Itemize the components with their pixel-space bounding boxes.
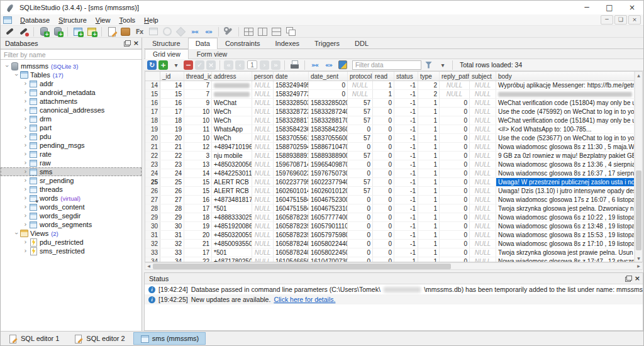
cell-status[interactable]: -1 <box>394 178 418 186</box>
cell-reply_path[interactable]: 0 <box>440 169 470 177</box>
tree-filter-input[interactable] <box>1 49 142 60</box>
cell-thread_id[interactable]: 20 <box>184 231 212 239</box>
cell-body[interactable]: Nowa wiadomosc glosowa 8s z 11:30 , 5 ma… <box>496 143 635 151</box>
cell-protocol[interactable]: 0 <box>348 160 373 169</box>
tree-item-views[interactable]: ›Views(2) <box>1 229 142 238</box>
column-header-thread_id[interactable]: thread_id <box>184 72 212 81</box>
cell-person[interactable]: NULL <box>252 143 274 151</box>
add-row-icon[interactable]: + <box>158 60 168 70</box>
cell-address[interactable]: WeCh <box>212 108 252 116</box>
cell-address[interactable]: +48500935503 <box>212 240 252 248</box>
table-row[interactable]: 333317*501NULL16058782401781605802245000… <box>145 248 635 257</box>
cell-person[interactable]: NULL <box>252 222 274 230</box>
row-number[interactable]: 30 <box>145 222 160 230</box>
cell-thread_id[interactable]: 16 <box>184 196 212 204</box>
cell-address[interactable]: +48422530112 <box>212 169 252 177</box>
vertical-scrollbar-thumb[interactable] <box>636 170 641 250</box>
cell-reply_path[interactable]: 0 <box>440 99 470 107</box>
cell-_id[interactable]: 27 <box>160 196 184 204</box>
cell-body[interactable]: Uwaga! W przestrzeni publicznej zaslon u… <box>496 178 635 186</box>
cell-date[interactable]: 1596708714329 <box>274 160 309 169</box>
row-number[interactable]: 17 <box>145 108 160 116</box>
cell-subject[interactable]: NULL <box>470 196 496 204</box>
column-header-protocol[interactable]: protocol <box>348 72 373 81</box>
mdi-cascade-windows-icon[interactable] <box>284 26 297 37</box>
connect-database-icon[interactable] <box>3 26 16 37</box>
table-row[interactable]: 22223nju mobileNULL158893889144415889388… <box>145 152 635 160</box>
tree-item-addr[interactable]: ›addr <box>1 79 142 88</box>
tab-triggers[interactable]: Triggers <box>307 38 347 48</box>
cell-status[interactable]: -1 <box>394 116 418 125</box>
row-number[interactable]: 19 <box>145 125 160 133</box>
cell-date_sent[interactable]: 1583328817000 <box>309 116 348 125</box>
cell-date_sent[interactable]: 1605802245000 <box>309 248 348 257</box>
cell-_id[interactable]: 28 <box>160 204 184 213</box>
cell-type[interactable]: 2 <box>418 81 440 89</box>
cell-type[interactable]: 1 <box>418 134 440 142</box>
cell-thread_id[interactable]: 9 <box>184 99 212 107</box>
table-row[interactable]: 14147NULL15832494958100NULL1-12NULLNULLW… <box>145 81 635 90</box>
cell-date[interactable]: 1588702594952 <box>274 143 309 151</box>
cell-read[interactable]: 0 <box>373 178 394 186</box>
cell-address[interactable]: WeCh <box>212 116 252 125</box>
cell-protocol[interactable]: 57 <box>348 187 373 195</box>
cell-subject[interactable]: NULL <box>470 222 496 230</box>
mdi-restore-button[interactable]: ❏ <box>614 15 627 25</box>
cell-date[interactable]: 1605878239482 <box>274 213 309 221</box>
cell-type[interactable]: 1 <box>418 108 440 116</box>
cell-address[interactable]: WeChat <box>212 99 252 107</box>
cell-read[interactable]: 0 <box>373 143 394 151</box>
cell-person[interactable]: NULL <box>252 90 274 98</box>
cell-reply_path[interactable]: NULL <box>440 81 470 89</box>
window-tab-sms-mmssms-[interactable]: sms (mmssms) <box>133 332 206 345</box>
cell-reply_path[interactable]: 0 <box>440 178 470 186</box>
cell-status[interactable]: -1 <box>394 169 418 177</box>
cell-subject[interactable]: NULL <box>470 108 496 116</box>
cell-read[interactable]: 0 <box>373 187 394 195</box>
cell-type[interactable]: 1 <box>418 116 440 125</box>
cell-reply_path[interactable]: 0 <box>440 204 470 213</box>
cell-address[interactable]: +48883330253 <box>212 213 252 221</box>
cell-status[interactable]: -1 <box>394 143 418 151</box>
cell-read[interactable]: 0 <box>373 134 394 142</box>
cell-thread_id[interactable]: 17 <box>184 204 212 213</box>
cell-address[interactable]: +48717802506 <box>212 257 252 262</box>
cell-person[interactable]: NULL <box>252 187 274 195</box>
cell-type[interactable]: 1 <box>418 257 440 262</box>
cell-reply_path[interactable]: 0 <box>440 231 470 239</box>
expander-icon[interactable]: › <box>22 167 29 176</box>
import-icon[interactable] <box>160 26 174 37</box>
cell-reply_path[interactable]: 0 <box>440 248 470 257</box>
tab-indexes[interactable]: Indexes <box>268 38 308 48</box>
cell-thread_id[interactable]: 7 <box>184 81 212 89</box>
cell-protocol[interactable]: 57 <box>348 116 373 125</box>
tree-item-pending_msgs[interactable]: ›pending_msgs <box>1 141 142 150</box>
cell-body[interactable]: Nowa wiadomosc glosowa 17s z 16:07 , 6 l… <box>496 196 635 204</box>
cell-body[interactable]: Nowa wiadomosc glosowa 8s z 17:47 , 12 s… <box>496 257 635 262</box>
horizontal-scrollbar[interactable]: ◀ ▶ <box>145 262 643 270</box>
prev-page-icon[interactable]: ‹ <box>235 60 245 70</box>
cell-reply_path[interactable]: 0 <box>440 240 470 248</box>
cell-protocol[interactable]: 0 <box>348 143 373 151</box>
table-row[interactable]: 292918+48883330253NULL160587823948216057… <box>145 213 635 222</box>
cell-protocol[interactable]: 57 <box>348 134 373 142</box>
disconnect-database-icon[interactable] <box>17 26 30 37</box>
cell-type[interactable]: 1 <box>418 240 440 248</box>
cell-thread_id[interactable]: 17 <box>184 248 212 257</box>
cell-_id[interactable]: 25 <box>160 178 184 186</box>
cell-person[interactable]: NULL <box>252 213 274 221</box>
tree-item-sms[interactable]: ›sms <box>1 167 142 176</box>
cell-person[interactable]: NULL <box>252 204 274 213</box>
cell-date_sent[interactable]: 1605790111000 <box>309 222 348 230</box>
cell-type[interactable]: 1 <box>418 248 440 257</box>
cell-subject[interactable]: NULL <box>470 134 496 142</box>
tree-item-words[interactable]: ›words(virtual) <box>1 194 142 203</box>
cell-protocol[interactable]: 57 <box>348 99 373 107</box>
tree-item-mmssms[interactable]: ›mmssms(SQLite 3) <box>1 62 142 70</box>
tab-constraints[interactable]: Constraints <box>218 38 268 48</box>
cell-person[interactable]: NULL <box>252 134 274 142</box>
cell-type[interactable]: 1 <box>418 169 440 177</box>
add-database-icon[interactable] <box>37 26 50 37</box>
cell-_id[interactable]: 32 <box>160 240 184 248</box>
cell-date_sent[interactable]: 1597675073000 <box>309 169 348 177</box>
